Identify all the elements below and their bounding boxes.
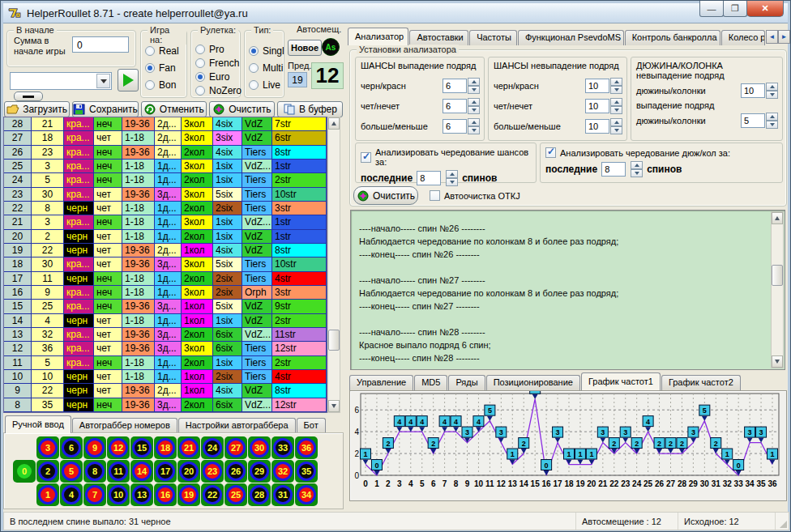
number-button-12[interactable]: 12 — [107, 436, 130, 459]
table-row[interactable]: 213кра...неч1-181д...3кол1sixVdZ...1str — [4, 215, 327, 229]
scroll-up-icon[interactable] — [328, 117, 340, 130]
spin-down-icon[interactable] — [468, 126, 480, 134]
spin-up-icon[interactable] — [610, 98, 622, 106]
spinner-value-input[interactable]: 6 — [443, 79, 467, 93]
radio-fan[interactable]: Fan — [145, 59, 185, 76]
tab-позиционирование[interactable]: Позиционирование — [486, 375, 580, 390]
alt-chances-spins-input[interactable]: 8 — [417, 171, 441, 185]
table-row[interactable]: 144чернчет1-181д...1кол1sixVdZ2str — [4, 314, 327, 328]
spinner-value-input[interactable]: 5 — [741, 113, 765, 128]
number-button-1[interactable]: 1 — [36, 483, 59, 506]
number-button-5[interactable]: 5 — [60, 460, 83, 483]
play-button[interactable] — [118, 69, 139, 92]
table-row[interactable]: 1236кра...чет19-363д...3кол6sixTiers12st… — [4, 342, 327, 355]
spin-down-icon[interactable] — [468, 106, 480, 114]
table-row[interactable]: 245кра...неч1-181д...2кол1sixTiers2str — [4, 173, 327, 187]
table-row[interactable]: 835черннеч19-363д...2кол6sixVdZ...12str — [4, 398, 327, 412]
spinner-buttons[interactable] — [468, 78, 480, 94]
close-button[interactable]: ✕ — [746, 1, 784, 17]
tab-функционал-psevdoms[interactable]: Функционал PsevdoMS — [518, 30, 624, 45]
table-scrollbar[interactable] — [327, 117, 340, 413]
number-button-15[interactable]: 15 — [130, 436, 153, 459]
as-button[interactable]: As — [322, 38, 340, 56]
spinner-buttons[interactable] — [610, 118, 622, 134]
spinner-value-input[interactable]: 6 — [443, 119, 467, 134]
spinner-buttons[interactable] — [468, 98, 480, 114]
spin-up-icon[interactable] — [468, 118, 480, 126]
radio-pro[interactable]: Pro — [195, 42, 238, 56]
spinner-value-input[interactable]: 10 — [585, 79, 609, 93]
alt-dozen-spins-input[interactable]: 8 — [601, 162, 626, 177]
table-row[interactable]: 253кра...неч1-181д...3кол1sixVdZ...1str — [4, 160, 327, 173]
number-button-19[interactable]: 19 — [177, 483, 200, 506]
table-row[interactable]: 1525кра...неч19-363д...1кол5sixVdZ9str — [4, 300, 327, 313]
spinner-buttons[interactable] — [610, 98, 622, 114]
load-button[interactable]: Загрузить — [4, 101, 70, 117]
number-button-31[interactable]: 31 — [272, 483, 294, 506]
spin-down-icon[interactable] — [631, 169, 643, 177]
scroll-thumb[interactable] — [772, 265, 783, 286]
tab-scroll-left-icon[interactable]: ◄ — [766, 30, 778, 44]
tab-scroll-right-icon[interactable]: ► — [778, 30, 790, 44]
spin-down-icon[interactable] — [610, 126, 622, 134]
number-button-17[interactable]: 17 — [154, 460, 177, 483]
number-button-9[interactable]: 9 — [83, 436, 106, 459]
number-button-16[interactable]: 16 — [154, 483, 177, 506]
spinner-value-input[interactable]: 6 — [443, 99, 467, 113]
spinner-buttons[interactable] — [468, 118, 480, 134]
radio-real[interactable]: Real — [145, 42, 185, 59]
table-row[interactable]: 2718кра...чет1-182д...3кол3sixVdZ6str — [4, 131, 327, 145]
resize-grip[interactable] — [776, 513, 789, 530]
table-row[interactable]: 2623кра...неч19-362д...2кол4sixTiers8str — [4, 146, 327, 160]
number-button-27[interactable]: 27 — [224, 436, 247, 459]
clear-button[interactable]: Очистить — [209, 101, 275, 117]
tab-настройки-автограббера[interactable]: Настройки автограббера — [178, 418, 296, 433]
undo-button[interactable]: Отменить — [141, 101, 207, 117]
number-button-23[interactable]: 23 — [201, 460, 224, 483]
number-button-8[interactable]: 8 — [83, 460, 106, 483]
table-row[interactable]: 169кра...неч1-181д...3кол2sixOrph3str — [4, 286, 327, 300]
save-button[interactable]: Сохранить — [72, 101, 139, 117]
spinner-buttons[interactable] — [766, 83, 778, 99]
number-button-10[interactable]: 10 — [107, 483, 130, 506]
spinner-buttons[interactable] — [610, 78, 622, 94]
history-combobox[interactable] — [10, 72, 112, 90]
minimize-button[interactable]: — — [699, 1, 724, 17]
scroll-down-icon[interactable] — [328, 400, 340, 412]
tab-автоставки[interactable]: Автоставки — [409, 30, 468, 45]
spin-up-icon[interactable] — [610, 118, 622, 126]
tab-анализатор[interactable]: Анализатор — [348, 28, 408, 45]
number-button-11[interactable]: 11 — [107, 460, 130, 483]
number-button-36[interactable]: 36 — [295, 436, 318, 459]
number-button-13[interactable]: 13 — [130, 483, 153, 506]
number-button-6[interactable]: 6 — [60, 436, 83, 459]
table-row[interactable]: 1010чернчет1-181д...1кол2sixTiers4str — [4, 370, 327, 384]
table-row[interactable]: 2330кра...чет19-363д...3кол5sixTiers10st… — [4, 188, 327, 202]
number-button-18[interactable]: 18 — [154, 436, 177, 459]
number-button-24[interactable]: 24 — [201, 436, 224, 459]
table-row[interactable]: 1922чернчет19-362д...1кол4sixVdZ8str — [4, 244, 327, 257]
alt-chances-spinner[interactable] — [446, 170, 458, 186]
spin-down-icon[interactable] — [468, 86, 480, 94]
spin-up-icon[interactable] — [468, 98, 480, 106]
tab-управление[interactable]: Управление — [349, 375, 413, 390]
tab-md5[interactable]: MD5 — [414, 375, 447, 390]
analyzer-clear-button[interactable]: Очистить — [353, 186, 418, 205]
analyzer-log[interactable]: ----начало----- спин №26 --------Наблюда… — [350, 210, 785, 370]
tab-автограббер-номеров[interactable]: Автограббер номеров — [72, 418, 177, 433]
number-button-20[interactable]: 20 — [177, 460, 200, 483]
table-row[interactable]: 2821кра...неч19-362д...3кол4sixVdZ7str — [4, 117, 327, 131]
number-button-33[interactable]: 33 — [272, 436, 294, 459]
radio-french[interactable]: French — [195, 56, 238, 70]
tab-частоты[interactable]: Частоты — [469, 30, 517, 45]
number-button-22[interactable]: 22 — [201, 483, 224, 506]
spin-up-icon[interactable] — [766, 113, 778, 121]
combo-dropdown-icon[interactable] — [96, 74, 110, 88]
number-button-7[interactable]: 7 — [83, 483, 106, 506]
table-row[interactable]: 115кра...неч1-181д...2кол1sixTiers2str — [4, 356, 327, 370]
number-button-29[interactable]: 29 — [248, 460, 271, 483]
maximize-button[interactable]: ❐ — [723, 1, 747, 17]
spin-down-icon[interactable] — [610, 86, 622, 94]
spinner-value-input[interactable]: 10 — [585, 99, 609, 113]
spin-down-icon[interactable] — [766, 91, 778, 99]
